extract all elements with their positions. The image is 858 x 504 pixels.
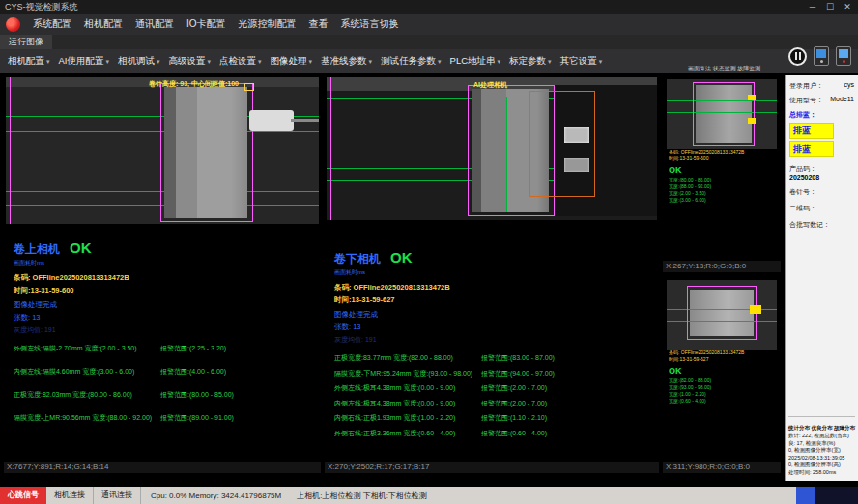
- camera-screen: [839, 49, 848, 58]
- toolbar-item-ai-config[interactable]: AI使用配置▾: [59, 55, 110, 68]
- cpu-memory-status: Cpu: 0.0% Memory: 3424.41796875M: [151, 491, 281, 500]
- cursor-coordinates: X:267;Y:13;R:0;G:0;B:0: [663, 261, 781, 272]
- alarm-range: 报警范围:(80.00 - 85.00): [160, 390, 234, 400]
- process-status: 图像处理完成: [14, 300, 317, 310]
- toolbar-label: 相机配置: [8, 55, 44, 68]
- measurement-text: 外侧左线:极耳4.38mm 宽度:(0.00 - 9.00): [334, 383, 481, 393]
- camera-image-upper: 卷针高度: 93, 中心间距值:100: [6, 77, 319, 224]
- menu-item-comm-config[interactable]: 通讯配置: [135, 17, 174, 31]
- measurement-row: 外侧左线:隔膜-2.70mm 宽度:(2.00 - 3.50)报警范围:(2.2…: [14, 344, 317, 353]
- camera-screen: [816, 49, 826, 58]
- statistics-line: 良: 17, 检测良率(%): [788, 440, 856, 448]
- chevron-down-icon: ▾: [157, 58, 160, 66]
- camera-icon-1[interactable]: [814, 46, 829, 66]
- alarm-range: 报警范围:(94.00 - 97.00): [481, 369, 555, 378]
- measurement-row: 正极宽度:83.77mm 宽度:(82.00 - 88.00)报警范围:(83.…: [334, 353, 655, 363]
- thumbnail-view-bottom[interactable]: 条码: OFFline2025020813313472B 时间:13-31-59…: [663, 276, 781, 473]
- pause-button[interactable]: [788, 47, 807, 66]
- minimize-button[interactable]: ─: [804, 0, 821, 14]
- gray-value: 灰度均值: 191: [14, 325, 317, 335]
- menu-item-camera-config[interactable]: 相机配置: [84, 17, 123, 31]
- camera-view-lower[interactable]: AI处理相机 卷下相机 OK 画面耗时ms 条码: OFFline2025020…: [325, 75, 659, 473]
- toolbar-item-camera-debug[interactable]: 相机调试▾: [118, 55, 160, 68]
- result-overlay-lower: 卷下相机 OK 画面耗时ms 条码: OFFline20250208133134…: [334, 249, 655, 443]
- alarm-range: 报警范围:(2.00 - 7.00): [481, 383, 547, 393]
- login-user-label: 登录用户：: [789, 81, 823, 91]
- toolbar-item-image-processing[interactable]: 图像处理▾: [271, 55, 313, 68]
- measurement-row: 内侧左线:极耳4.38mm 宽度:(0.00 - 9.00)报警范围:(2.00…: [334, 399, 655, 408]
- camera-view-upper[interactable]: 卷针高度: 93, 中心间距值:100 卷上相机 OK 画面耗时ms 条码: O…: [4, 75, 321, 473]
- alarm-range: 报警范围:(89.00 - 91.00): [160, 413, 234, 423]
- toolbar-item-advanced-settings[interactable]: 高级设置▾: [169, 55, 212, 68]
- toolbar-item-camera-config[interactable]: 相机配置▾: [8, 55, 50, 68]
- highlight-yellow: [750, 305, 761, 314]
- measurement-text: 宽度:(93.00 - 98.00): [669, 384, 781, 391]
- measurement-text: 外侧右线:正极3.36mm 宽度:(0.60 - 4.00): [334, 429, 481, 438]
- menu-item-view[interactable]: 查看: [309, 17, 329, 31]
- chevron-down-icon: ▾: [599, 58, 603, 66]
- status-indicator-group: [796, 487, 858, 504]
- view-title: 卷下相机: [334, 251, 381, 267]
- camera-connection-status: 相机连接: [46, 487, 94, 504]
- tab-bar: 运行图像: [0, 35, 858, 49]
- reflective-part: [564, 158, 589, 172]
- close-button[interactable]: ✕: [839, 0, 856, 14]
- menu-item-language-switch[interactable]: 系统语言切换: [341, 17, 399, 31]
- measurement-text: 宽度:(3.00 - 6.00): [669, 197, 781, 204]
- info-panel: 登录用户： cys 使用型号： Mode11 总排蓝： 排蓝 排蓝 产品码： 2…: [785, 75, 858, 481]
- measurement-text: 宽度:(0.60 - 4.00): [669, 398, 781, 405]
- chevron-down-icon: ▾: [498, 58, 501, 66]
- toolbar-item-test-task-params[interactable]: 测试任务参数▾: [381, 55, 442, 68]
- statistics-line: 数计: 222, 检测总数(当班): [788, 433, 856, 440]
- toolbar-item-spot-check[interactable]: 点检设置▾: [219, 55, 262, 68]
- measurement-row: 隔膜宽度-下MR:95.24mm 宽度:(93.00 - 98.00)报警范围:…: [334, 369, 655, 378]
- frame-count: 张数: 13: [14, 313, 317, 322]
- titlebar: CYS-视觉检测系统 ─ ☐ ✕: [0, 0, 858, 14]
- measurement-text: 正极宽度:82.03mm 宽度:(80.00 - 86.00): [14, 390, 160, 400]
- statistics-line: 处理时间: 258.00ms: [788, 469, 856, 477]
- batch-write-label: 合批写数记：: [789, 220, 854, 230]
- statistics-block: 统计分布 优良分布 故障分布 数计: 222, 检测总数(当班) 良: 17, …: [788, 425, 856, 477]
- timestamp-text: 时间:13-31-59-600: [669, 155, 781, 162]
- toolbar-label: 相机调试: [118, 55, 155, 68]
- tab-run-image[interactable]: 运行图像: [0, 35, 52, 49]
- toolbar-item-baseline-params[interactable]: 基准线参数▾: [321, 55, 372, 68]
- maximize-button[interactable]: ☐: [821, 0, 839, 14]
- menu-item-io-config[interactable]: IO卡配置: [186, 17, 226, 31]
- status-indicator-blue: [796, 487, 815, 504]
- alarm-range: 报警范围:(2.25 - 3.20): [160, 344, 226, 353]
- product-code-label: 产品码：: [789, 164, 854, 174]
- highlight-yellow: [748, 95, 756, 100]
- status-bar: 心跳信号 相机连接 通讯连接 Cpu: 0.0% Memory: 3424.41…: [0, 487, 858, 504]
- toolbar-item-calibration-params[interactable]: 标定参数▾: [509, 55, 552, 68]
- thumbnail-view-top[interactable]: 条码: OFFline2025020813313472B 时间:13-31-59…: [663, 75, 781, 272]
- menu-item-system-config[interactable]: 系统配置: [33, 17, 72, 31]
- edge-line-magenta: [10, 77, 11, 224]
- menu-item-light-config[interactable]: 光源控制配置: [239, 17, 297, 31]
- camera-icon-2[interactable]: [836, 46, 851, 66]
- window-controls: ─ ☐ ✕: [804, 0, 856, 14]
- toolbar-item-plc-address[interactable]: PLC地址串▾: [450, 55, 501, 68]
- menu-bar: 系统配置 相机配置 通讯配置 IO卡配置 光源控制配置 查看 系统语言切换: [0, 14, 858, 35]
- toolbar-label: 高级设置: [169, 55, 206, 68]
- statistics-line: 0, 检测图像分辨率(高): [788, 462, 856, 469]
- status-indicator-dark: [815, 487, 858, 504]
- measurement-list: 正极宽度:83.77mm 宽度:(82.00 - 88.00)报警范围:(83.…: [334, 353, 655, 438]
- connector-part: [249, 110, 294, 131]
- alarm-range: 报警范围:(2.00 - 7.00): [481, 399, 547, 408]
- toolbar-item-other-settings[interactable]: 其它设置▾: [560, 55, 603, 68]
- toolbar-label: 点检设置: [219, 55, 256, 68]
- camera-record-icon: [843, 60, 845, 63]
- cursor-coordinates: X:270;Y:2502;R:17;G:17;B:17: [325, 462, 659, 473]
- roi-box-orange: [529, 91, 595, 197]
- alarm-range: 报警范围:(1.10 - 2.10): [481, 413, 547, 423]
- statistics-line: 2025/02/08-13:31:39:05: [788, 455, 856, 462]
- pin-number-label: 卷针号：: [789, 187, 854, 197]
- app-logo-icon: [6, 17, 20, 32]
- measurement-text: 内侧右线:正极1.93mm 宽度:(1.00 - 2.20): [334, 413, 481, 423]
- toolbar-label: 标定参数: [509, 55, 546, 68]
- barcode-text: 条码: OFFline2025020813313472B: [334, 283, 655, 293]
- edge-line-magenta: [330, 77, 331, 220]
- alarm-range: 报警范围:(0.60 - 4.00): [481, 429, 547, 438]
- measurement-row: 内侧左线:隔膜4.60mm 宽度:(3.00 - 6.00)报警范围:(4.00…: [14, 367, 317, 377]
